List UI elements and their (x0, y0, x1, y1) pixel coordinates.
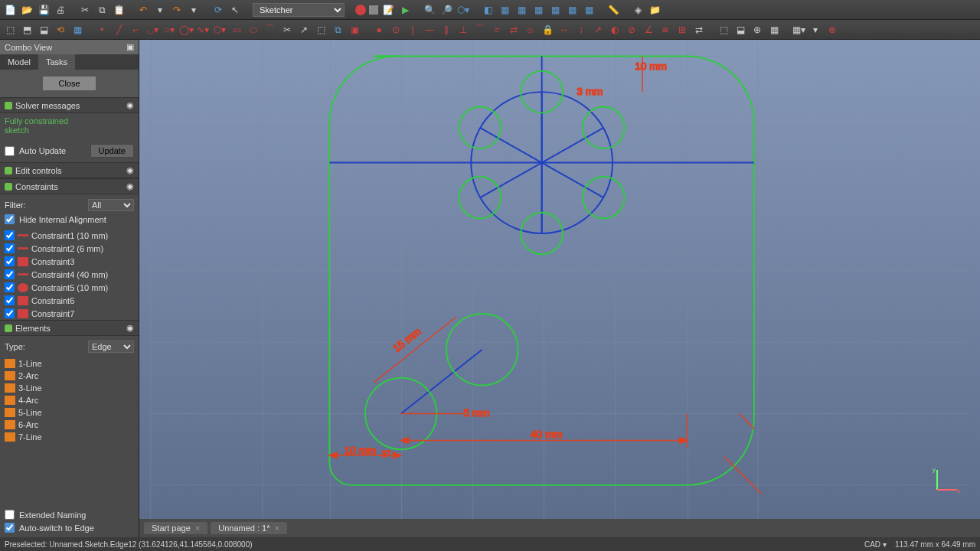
collapse-icon[interactable]: ◉ (126, 100, 134, 110)
line-icon[interactable]: ╱ (112, 23, 126, 37)
dim-len-icon[interactable]: ↗ (591, 23, 605, 37)
print-icon[interactable]: 🖨 (54, 3, 67, 17)
rear-view-icon[interactable]: ▦ (548, 3, 562, 17)
auto-switch-checkbox[interactable] (5, 523, 15, 533)
point-icon[interactable]: • (95, 23, 109, 37)
parallel-icon[interactable]: ∥ (439, 23, 453, 37)
macro-edit-icon[interactable]: 📝 (381, 3, 395, 17)
symmetric-icon[interactable]: ⇄ (507, 23, 521, 37)
copy-icon[interactable]: ⧉ (95, 3, 109, 17)
dim-v-icon[interactable]: ↕ (574, 23, 588, 37)
lock-icon[interactable]: 🔒 (541, 23, 554, 37)
front-view-icon[interactable]: ▦ (498, 3, 511, 17)
hide-internal-checkbox[interactable] (5, 214, 15, 224)
element-item[interactable]: 4-Arc (0, 394, 139, 406)
constraint-item[interactable]: Constraint7 (0, 307, 139, 320)
point-on-icon[interactable]: ⊙ (389, 23, 403, 37)
nav-style-icon[interactable]: ⬡▾ (456, 3, 470, 17)
pointer-icon[interactable]: ↖ (228, 3, 242, 17)
carbon-copy-icon[interactable]: ⧉ (331, 23, 345, 37)
undo-icon[interactable]: ↶ (136, 3, 150, 17)
extended-naming-checkbox[interactable] (5, 510, 15, 520)
tab-unnamed[interactable]: Unnamed : 1*× (211, 522, 287, 534)
open-icon[interactable]: 📂 (20, 3, 34, 17)
update-button[interactable]: Update (90, 144, 134, 158)
dim-rad-icon[interactable]: ◐ (608, 23, 622, 37)
auto-update-checkbox[interactable] (5, 146, 15, 156)
dim-h-icon[interactable]: ↔ (557, 23, 571, 37)
constraint-item[interactable]: Constraint4 (40 mm) (0, 268, 139, 281)
group-icon[interactable]: 📁 (648, 3, 662, 17)
save-icon[interactable]: 💾 (37, 3, 51, 17)
left-view-icon[interactable]: ▦ (582, 3, 596, 17)
select-unconstrained-icon[interactable]: ⬚ (717, 23, 730, 37)
constraint-checkbox[interactable] (5, 269, 15, 279)
select-origin-icon[interactable]: ⊕ (750, 23, 764, 37)
filter-select[interactable]: All (88, 199, 134, 211)
constraint-checkbox[interactable] (5, 295, 15, 305)
undo-drop-icon[interactable]: ▾ (153, 3, 167, 17)
toggle-ref-icon[interactable]: ⇄ (692, 23, 706, 37)
leave-sketch-icon[interactable]: ⬚ (3, 23, 17, 37)
panel-close-icon[interactable]: ▣ (126, 42, 134, 52)
collapse-icon[interactable]: ◉ (126, 165, 134, 175)
dim-dia-icon[interactable]: ⊘ (625, 23, 639, 37)
cut-icon[interactable]: ✂ (78, 3, 92, 17)
constraint-item[interactable]: Constraint2 (6 mm) (0, 242, 139, 255)
refresh-icon[interactable]: ⟳ (211, 3, 225, 17)
new-icon[interactable]: 📄 (3, 3, 17, 17)
workbench-select[interactable]: Sketcher (253, 3, 345, 17)
edit-controls-header[interactable]: Edit controls ◉ (0, 162, 139, 178)
close-button[interactable]: Close (42, 76, 96, 91)
validate-icon[interactable]: ▦ (70, 23, 84, 37)
polyline-icon[interactable]: ⌐ (129, 23, 142, 37)
constraints-header[interactable]: Constraints ◉ (0, 178, 139, 194)
elements-header[interactable]: Elements ◉ (0, 320, 139, 336)
external-icon[interactable]: ⬚ (314, 23, 328, 37)
extend-icon[interactable]: ↗ (297, 23, 311, 37)
close-icon[interactable]: × (274, 523, 279, 533)
fillet-icon[interactable]: ⌒ (263, 23, 277, 37)
constraint-item[interactable]: Constraint5 (10 mm) (0, 281, 139, 294)
measure-icon[interactable]: 📏 (606, 3, 620, 17)
iso-view-icon[interactable]: ◧ (481, 3, 495, 17)
config-icon[interactable]: ▾ (808, 23, 822, 37)
constraint-checkbox[interactable] (5, 308, 15, 318)
slot-icon[interactable]: ⬭ (247, 23, 260, 37)
solver-messages-header[interactable]: Solver messages ◉ (0, 97, 139, 113)
rect-icon[interactable]: ▭ (230, 23, 243, 37)
stop-icon[interactable] (369, 5, 378, 15)
bottom-view-icon[interactable]: ▦ (565, 3, 579, 17)
sketch-canvas[interactable]: 40 mm 5 mm 15 mm 10 mm 37 10 mm 3 mm (139, 40, 980, 537)
coincident-icon[interactable]: ● (372, 23, 386, 37)
collapse-icon[interactable]: ◉ (126, 181, 134, 191)
record-icon[interactable] (355, 5, 366, 15)
dim-ang-icon[interactable]: ∠ (642, 23, 655, 37)
select-constraints-icon[interactable]: ⬓ (733, 23, 747, 37)
part-icon[interactable]: ◈ (631, 3, 645, 17)
constraint-item[interactable]: Constraint6 (0, 294, 139, 307)
close-shape-icon[interactable]: ⊗ (825, 23, 839, 37)
tab-start-page[interactable]: Start page× (144, 522, 207, 534)
axis-gizmo[interactable]: xy (931, 465, 962, 496)
arc-icon[interactable]: ◡▾ (145, 23, 159, 37)
redo-drop-icon[interactable]: ▾ (187, 3, 201, 17)
construction-icon[interactable]: ▣ (348, 23, 361, 37)
type-select[interactable]: Edge (88, 341, 134, 353)
reorient-icon[interactable]: ⟲ (54, 23, 67, 37)
nav-mode[interactable]: CAD ▾ (864, 540, 887, 549)
tab-tasks[interactable]: Tasks (38, 54, 75, 70)
select-redundant-icon[interactable]: ▦ (767, 23, 781, 37)
constraint-checkbox[interactable] (5, 243, 15, 253)
view-sketch-icon[interactable]: ⬒ (20, 23, 34, 37)
snell-icon[interactable]: ≋ (658, 23, 672, 37)
perpendicular-icon[interactable]: ⊥ (456, 23, 470, 37)
constraint-checkbox[interactable] (5, 282, 15, 292)
collapse-icon[interactable]: ◉ (126, 323, 134, 333)
element-item[interactable]: 2-Arc (0, 370, 139, 382)
right-view-icon[interactable]: ▦ (531, 3, 545, 17)
bspline-icon[interactable]: ∿▾ (196, 23, 210, 37)
circle-icon[interactable]: ○▾ (162, 23, 176, 37)
play-icon[interactable]: ▶ (398, 3, 412, 17)
map-sketch-icon[interactable]: ⬓ (37, 23, 51, 37)
